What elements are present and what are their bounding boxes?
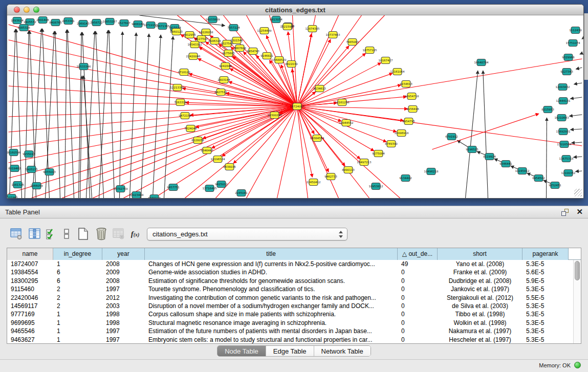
graph-node[interactable]: 10737463 <box>326 32 340 38</box>
graph-node[interactable]: 2718120 <box>178 69 190 76</box>
graph-node[interactable]: 9466160 <box>132 21 144 28</box>
graph-node[interactable]: 15692931 <box>556 128 571 135</box>
column-header-short[interactable]: short <box>438 248 522 260</box>
graph-node[interactable]: 12923448 <box>129 192 144 199</box>
graph-node[interactable]: 1693624 <box>11 17 24 24</box>
function-builder-icon[interactable]: f(x) <box>128 227 142 241</box>
graph-node[interactable]: 2867608 <box>233 45 246 52</box>
tab-node-table[interactable]: Node Table <box>217 346 266 356</box>
graph-node[interactable]: 10996918 <box>395 130 409 137</box>
graph-node[interactable]: 9252451 <box>549 182 561 189</box>
graph-node[interactable]: 8822030 <box>285 61 298 68</box>
graph-node[interactable]: 1527607 <box>118 20 130 27</box>
create-table-icon[interactable] <box>76 227 90 241</box>
tab-network-table[interactable]: Network Table <box>314 346 371 356</box>
graph-node[interactable]: 12874385 <box>306 26 320 32</box>
graph-node[interactable]: 9457751 <box>167 184 180 191</box>
table-scrollbar-thumb[interactable] <box>575 261 580 280</box>
graph-node[interactable]: 15751074 <box>566 40 580 47</box>
graph-node[interactable]: 11254499 <box>257 28 272 34</box>
graph-node[interactable]: 1081326 <box>11 182 24 188</box>
graph-node[interactable]: 1112430 <box>569 27 582 34</box>
graph-node[interactable]: 15688520 <box>272 57 287 63</box>
graph-node[interactable]: 18757105 <box>363 47 377 54</box>
delete-table-icon[interactable] <box>94 227 108 241</box>
graph-node[interactable]: 2053381 <box>62 18 75 25</box>
table-selector-dropdown[interactable]: citations_edges.txt <box>147 228 347 240</box>
tab-edge-table[interactable]: Edge Table <box>266 346 314 356</box>
graph-node[interactable]: 8119924 <box>483 154 496 160</box>
graph-node[interactable]: 8101945 <box>7 194 18 199</box>
graph-node[interactable]: 9154613 <box>400 81 412 87</box>
graph-node[interactable]: 8813054 <box>270 16 282 23</box>
graph-node[interactable]: 9155013 <box>23 151 35 158</box>
graph-node[interactable]: 8128058 <box>191 137 204 144</box>
graph-node[interactable]: 17016504 <box>557 141 572 148</box>
graph-node[interactable]: 5905135 <box>25 166 38 173</box>
graph-node[interactable]: 8454743 <box>247 48 259 55</box>
column-header-year[interactable]: year <box>102 248 145 260</box>
table-row[interactable]: 2242004622012Investigating the contribut… <box>7 294 581 302</box>
graph-node[interactable]: 8427512 <box>214 89 227 96</box>
graph-node[interactable]: 12444131 <box>556 98 571 104</box>
graph-node[interactable]: 9156416 <box>406 106 419 113</box>
close-panel-icon[interactable]: ✕ <box>576 207 583 216</box>
graph-node[interactable]: 16033809 <box>206 16 220 23</box>
graph-node[interactable]: 9196525 <box>466 146 478 153</box>
graph-node[interactable]: 16782759 <box>114 186 128 192</box>
graph-node[interactable]: 8860123 <box>170 29 183 35</box>
graph-node[interactable]: 20533346 <box>77 63 91 70</box>
graph-node[interactable]: 13716485 <box>203 185 217 192</box>
table-row[interactable]: 1938455462009Genome-wide association stu… <box>7 268 581 276</box>
graph-node[interactable]: 8638036 <box>223 164 236 170</box>
graph-node[interactable]: 19384554 <box>310 135 324 142</box>
graph-node[interactable]: 9472158 <box>179 113 191 119</box>
table-row[interactable]: 1456911722003Disruption of a novel membe… <box>7 302 581 310</box>
select-columns-icon[interactable] <box>44 227 58 241</box>
graph-node[interactable]: 2803144 <box>217 77 230 83</box>
graph-node[interactable]: 7857224 <box>227 25 240 31</box>
graph-node[interactable]: 8408765 <box>49 19 62 26</box>
graph-node[interactable]: 10954718 <box>405 93 419 100</box>
graph-node[interactable]: 9146821 <box>260 53 273 59</box>
column-header-name[interactable]: name <box>7 248 53 260</box>
graph-node[interactable]: 12100352 <box>561 170 576 177</box>
table-row[interactable]: 911546021997Tourette syndrome. Phenomeno… <box>7 285 581 293</box>
table-row[interactable]: 969969511998Structural magnetic resonanc… <box>7 319 581 327</box>
column-header-out_degree[interactable]: △ out_de... <box>398 248 438 260</box>
graph-node[interactable]: 12093832 <box>556 84 570 91</box>
table-settings-icon[interactable] <box>9 227 24 241</box>
show-columns-icon[interactable] <box>28 227 42 241</box>
graph-node[interactable]: 2691406 <box>36 17 49 24</box>
graph-node[interactable]: 2958722 <box>90 19 103 26</box>
column-header-title[interactable]: title <box>145 248 398 260</box>
float-panel-icon[interactable] <box>561 209 570 216</box>
graph-node[interactable]: 16648784 <box>474 59 489 66</box>
memory-status-indicator[interactable] <box>574 362 581 368</box>
graph-node[interactable]: 2069143 <box>77 20 90 27</box>
graph-node[interactable]: 8954502 <box>532 175 545 182</box>
graph-node[interactable]: 9275084 <box>372 150 385 157</box>
graph-node[interactable]: 6791912 <box>445 134 458 140</box>
graph-node[interactable]: 8749390 <box>385 141 398 147</box>
table-row[interactable]: 1872400712008Changes of HCN gene express… <box>7 260 581 268</box>
table-row[interactable]: 946362711997Embryonic stem cells: a mode… <box>7 336 581 344</box>
network-view[interactable]: 1693624240557226914068408765108532820533… <box>7 15 583 198</box>
table-row[interactable]: 1830029562008Estimation of significance … <box>7 277 581 285</box>
graph-node[interactable]: 10496218 <box>424 168 439 175</box>
graph-node[interactable]: 10497213 <box>357 159 372 166</box>
graph-node[interactable]: 9134402 <box>399 175 412 182</box>
graph-node[interactable]: 9134613 <box>313 85 326 92</box>
graph-node[interactable]: 9055013 <box>43 169 56 176</box>
table-row[interactable]: 946554611997Estimation of the future num… <box>7 327 581 335</box>
graph-node[interactable]: 16210643 <box>555 115 569 121</box>
column-header-pagerank[interactable]: pagerank <box>522 248 569 260</box>
window-resize-handle[interactable] <box>574 189 582 196</box>
graph-node[interactable]: 8990113 <box>342 167 355 173</box>
graph-node[interactable]: 10953812 <box>369 183 383 190</box>
graph-node[interactable]: 26160596 <box>7 149 21 156</box>
graph-node[interactable]: 12213389 <box>170 84 185 91</box>
graph-node[interactable]: 8912955 <box>183 32 196 38</box>
table-scrollbar[interactable] <box>573 260 581 344</box>
network-window-titlebar[interactable]: citations_edges.txt <box>7 5 583 15</box>
